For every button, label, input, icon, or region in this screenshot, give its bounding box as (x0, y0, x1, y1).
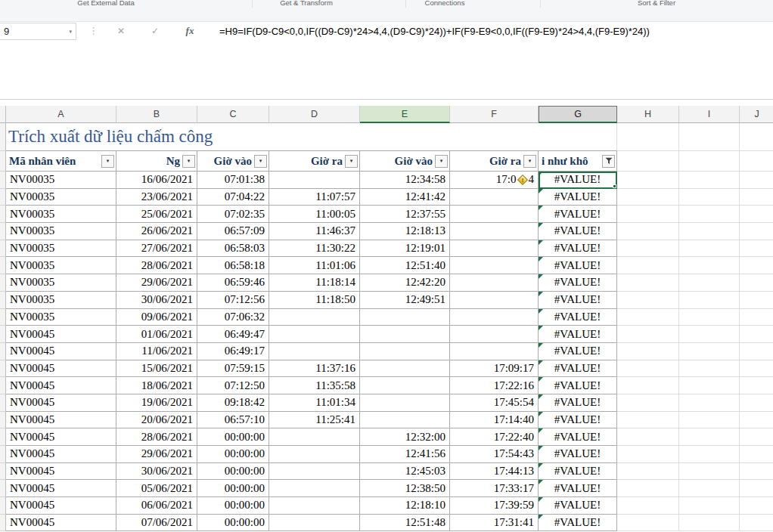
cell-g[interactable]: #VALUE! (539, 428, 617, 446)
cell-b[interactable]: 27/06/2021 (116, 240, 197, 258)
cell-a[interactable]: NV00045 (6, 428, 116, 446)
cell-e[interactable]: 12:32:00 (360, 428, 450, 446)
cell-h[interactable] (617, 172, 679, 189)
cell-g[interactable]: #VALUE! (539, 206, 617, 223)
cell-h[interactable] (617, 151, 679, 172)
cell-j[interactable] (740, 172, 773, 189)
cell-f[interactable] (450, 326, 539, 343)
cell-b[interactable]: 16/06/2021 (116, 172, 197, 189)
cell-f[interactable]: 17:31:41 (450, 515, 539, 532)
cell-c[interactable]: 00:00:00 (197, 515, 269, 532)
row-header[interactable] (0, 446, 6, 463)
cell-i[interactable] (679, 292, 740, 309)
column-header-i[interactable]: I (679, 106, 740, 123)
cell-c[interactable]: 07:01:38 (197, 172, 269, 189)
cell-f[interactable]: 17:45:54 (450, 394, 539, 412)
cell-c[interactable]: 07:06:32 (197, 309, 269, 326)
cell-h[interactable] (617, 515, 679, 532)
cell-i[interactable] (679, 394, 740, 412)
cell-g[interactable]: #VALUE! (539, 223, 617, 240)
cell-h[interactable] (617, 360, 679, 378)
cell-h[interactable] (617, 480, 679, 497)
cell-b[interactable]: 09/06/2021 (116, 309, 197, 326)
cell-i[interactable] (679, 123, 740, 151)
cell-e[interactable]: 12:51:48 (360, 515, 450, 532)
cell-e[interactable] (360, 394, 450, 412)
cell-h[interactable] (617, 189, 679, 206)
cell-e[interactable] (360, 326, 450, 343)
cell-j[interactable] (740, 326, 773, 343)
row-header[interactable] (0, 151, 6, 172)
cell-i[interactable] (679, 326, 740, 343)
cell-b[interactable]: 30/06/2021 (116, 463, 197, 481)
cell-i[interactable] (679, 515, 740, 532)
cell-c[interactable]: 06:49:17 (197, 343, 269, 360)
cell-e[interactable] (360, 377, 450, 394)
cell-j[interactable] (740, 123, 773, 151)
row-header[interactable] (0, 412, 6, 429)
cell-a[interactable]: NV00035 (6, 206, 116, 223)
cell-d[interactable]: 11:07:57 (269, 189, 360, 206)
cell-h[interactable] (617, 274, 679, 292)
cell-a[interactable]: NV00045 (6, 497, 116, 515)
cell-f[interactable]: 17:09:17 (450, 360, 539, 378)
cell-d[interactable] (269, 172, 360, 189)
cell-h[interactable] (617, 223, 679, 240)
cell-h[interactable] (617, 257, 679, 274)
cell-g[interactable]: #VALUE! (539, 515, 617, 532)
filter-dropdown-button[interactable]: ▾ (435, 155, 448, 168)
cell-c[interactable]: 07:12:56 (197, 292, 269, 309)
cell-i[interactable] (679, 343, 740, 360)
row-header[interactable] (0, 480, 6, 497)
cell-i[interactable] (679, 309, 740, 326)
cell-i[interactable] (679, 172, 740, 189)
filter-cell-g[interactable]: i như khô (539, 151, 617, 172)
cell-j[interactable] (740, 292, 773, 309)
cell-j[interactable] (740, 343, 773, 360)
cell-c[interactable]: 06:58:03 (197, 240, 269, 258)
cell-j[interactable] (740, 394, 773, 412)
row-header[interactable] (0, 360, 6, 378)
select-all-corner[interactable] (0, 106, 6, 123)
row-header[interactable] (0, 257, 6, 274)
cell-h[interactable] (617, 428, 679, 446)
cell-e[interactable]: 12:19:01 (360, 240, 450, 258)
cell-c[interactable]: 06:57:10 (197, 412, 269, 429)
cell-h[interactable] (617, 446, 679, 463)
cell-a[interactable]: NV00045 (6, 377, 116, 394)
cell-a[interactable]: NV00035 (6, 223, 116, 240)
cell-e[interactable]: 12:49:51 (360, 292, 450, 309)
cell-e[interactable]: 12:41:42 (360, 189, 450, 206)
row-header[interactable] (0, 343, 6, 360)
cell-i[interactable] (679, 240, 740, 258)
cell-f[interactable] (450, 257, 539, 274)
row-header[interactable] (0, 515, 6, 532)
cell-e[interactable] (360, 309, 450, 326)
row-header[interactable] (0, 223, 6, 240)
title-cell[interactable]: Trích xuất dữ liệu chấm công (6, 123, 617, 151)
cell-a[interactable]: NV00045 (6, 515, 116, 532)
cell-e[interactable]: 12:41:56 (360, 446, 450, 463)
cell-d[interactable]: 11:01:34 (269, 394, 360, 412)
cell-g[interactable]: #VALUE! (539, 309, 617, 326)
cell-c[interactable]: 09:18:42 (197, 394, 269, 412)
row-header[interactable] (0, 172, 6, 189)
cell-g[interactable]: #VALUE! (539, 326, 617, 343)
row-header[interactable] (0, 274, 6, 292)
cell-e[interactable]: 12:42:20 (360, 274, 450, 292)
cell-f[interactable] (450, 223, 539, 240)
column-header-j[interactable]: J (740, 106, 773, 123)
filter-cell-b[interactable]: Ng▾ (116, 151, 197, 172)
cell-g[interactable]: #VALUE! (539, 446, 617, 463)
cell-d[interactable]: 11:37:16 (269, 360, 360, 378)
name-box-dropdown-icon[interactable]: ▾ (69, 29, 72, 35)
cell-i[interactable] (679, 206, 740, 223)
cell-g[interactable]: #VALUE! (539, 172, 617, 189)
cell-g[interactable]: #VALUE! (539, 412, 617, 429)
cell-d[interactable]: 11:00:05 (269, 206, 360, 223)
cell-a[interactable]: NV00045 (6, 480, 116, 497)
cell-a[interactable]: NV00045 (6, 360, 116, 378)
cell-f[interactable]: 17:54:43 (450, 446, 539, 463)
cell-d[interactable]: 11:30:22 (269, 240, 360, 258)
cell-i[interactable] (679, 151, 740, 172)
